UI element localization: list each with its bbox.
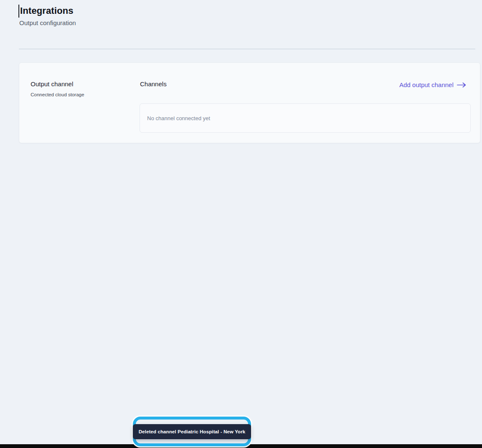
section-subtitle: Connected cloud storage: [31, 92, 84, 97]
empty-state-box: No channel connected yet: [140, 103, 471, 133]
toast-message: Deleted channel Pediatric Hospital - New…: [139, 429, 246, 434]
section-title: Output channel: [31, 80, 73, 88]
channels-label: Channels: [140, 80, 166, 88]
empty-state-text: No channel connected yet: [147, 115, 210, 121]
annotation-highlight-box: Deleted channel Pediatric Hospital - New…: [133, 417, 251, 446]
arrow-right-icon: [457, 82, 466, 88]
header-divider: [19, 49, 475, 49]
toast-notification: Deleted channel Pediatric Hospital - New…: [133, 424, 251, 439]
output-channel-card: Output channel Connected cloud storage C…: [19, 62, 480, 143]
text-cursor: [18, 5, 19, 18]
page-title: Integrations: [20, 5, 73, 16]
page-subtitle: Output configuration: [19, 19, 76, 26]
add-output-channel-link[interactable]: Add output channel: [399, 81, 466, 88]
add-output-channel-label: Add output channel: [399, 81, 453, 88]
